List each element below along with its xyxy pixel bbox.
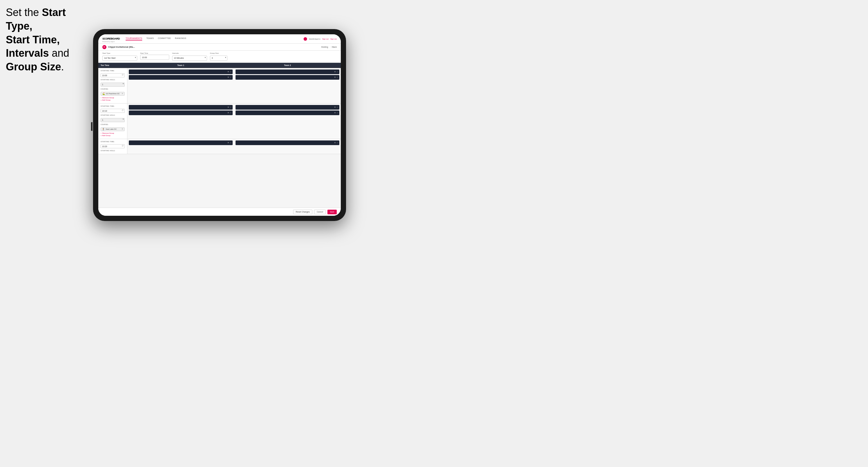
player-x-icon[interactable]: ✕ [227,71,229,73]
course-label-2: COURSE: [101,124,125,125]
start-time-label: Start Time [140,52,169,54]
th-team2: Team 2 [234,63,341,68]
g2-t2-x-2[interactable]: ✕ [334,112,336,114]
instruction-line1-normal: Set the [6,6,42,18]
clock-icon-3: ⏱ [122,144,124,147]
th-tee-time: Tee Time [98,63,127,68]
nav-rankings[interactable]: RANKINGS [175,37,186,40]
player-row-actions-2-1: ✕ ○ [334,71,338,73]
g3-t2-x-1[interactable]: ✕ [334,142,336,144]
starting-hole-select-2[interactable]: 1 10 [101,118,125,122]
g2-x-1[interactable]: ✕ [227,106,229,108]
table-header: Tee Time Team 1 Team 2 [98,63,341,68]
start-time-input[interactable] [140,55,169,60]
course-remove-2[interactable]: ✕ [122,128,123,130]
player-edit-icon-2[interactable]: ○ [230,76,231,79]
brand-sub: Powered by clipp'd [102,41,120,42]
g2-actions-2: ✕ ○ [227,112,231,114]
g2-t2-edit-2[interactable]: ○ [337,112,338,114]
group-2-team2-panel: ✕ ○ ✕ ○ [234,103,341,139]
save-button[interactable]: Save [328,210,337,214]
sign-out-text[interactable]: Sign out [330,38,337,40]
starting-time-label-3: STARTING TIME: [101,141,125,143]
group-3-team1-panel: ✕ ○ [127,139,234,154]
remove-group-link-2[interactable]: ○ Remove Group [101,132,125,134]
intervals-select[interactable]: 10 Minutes 8 Minutes 12 Minutes [172,56,207,61]
starting-time-input-wrap-2: ⏱ [101,107,125,113]
nav-committee[interactable]: COMMITTEE [158,37,171,40]
intervals-label: Intervals [172,52,207,54]
player-row-2-2: ✕ ○ [236,75,339,80]
player-edit-icon-4[interactable]: ○ [337,76,338,79]
course-name-2: East Lake GC [106,128,117,130]
add-group-link-1[interactable]: + Add Group [101,99,125,101]
player-row-g2-2-2: ✕ ○ [236,111,339,115]
player-row-1-1: ✕ ○ [129,69,232,74]
player-x-icon-4[interactable]: ✕ [334,76,336,79]
nav-tournaments[interactable]: TOURNAMENTS [126,37,142,40]
g2-edit-1[interactable]: ○ [230,106,231,108]
course-tag-1: ⛳ (A) Peachtree GC ✕ [101,92,125,96]
nav-teams[interactable]: TEAMS [146,37,154,40]
add-group-link-2[interactable]: + Add Group [101,135,125,136]
player-x-icon-3[interactable]: ✕ [334,71,336,73]
group-size-group: Group Size 3 2 4 [210,52,227,61]
g2-t2-x-1[interactable]: ✕ [334,106,336,108]
group-1-left-panel: STARTING TIME: ⏱ STARTING HOLE: 1 10 COU… [98,68,127,103]
brand: SCOREBOARD Powered by clipp'd [102,35,120,42]
starting-hole-select-1[interactable]: 1 10 [101,83,125,87]
brand-logo: SCOREBOARD [102,37,120,40]
instruction-line4-bold: Group Size [6,61,61,73]
starting-time-input-2[interactable] [101,109,125,113]
group-1-team1-panel: ✕ ○ ✕ ○ [127,68,234,103]
course-remove-1[interactable]: ✕ [122,92,123,95]
cancel-button[interactable]: Cancel [314,210,326,214]
tablet-screen: SCOREBOARD Powered by clipp'd TOURNAMENT… [98,34,341,216]
player-edit-icon[interactable]: ○ [230,71,231,73]
sign-out-link[interactable]: Sign out [322,38,329,40]
starting-time-input-1[interactable] [101,73,125,77]
starting-hole-label-2: STARTING HOLE: [101,114,125,116]
back-button[interactable]: ‹ Back [331,46,337,48]
starting-time-input-3[interactable] [101,144,125,148]
g3-t2-edit-1[interactable]: ○ [337,142,338,144]
g3-edit-1[interactable]: ○ [230,142,231,144]
course-label-1: COURSE: [101,88,125,90]
player-edit-icon-3[interactable]: ○ [337,71,338,73]
clock-icon-2: ⏱ [122,109,124,112]
player-row-2-1: ✕ ○ [236,69,339,74]
player-row-g2-1-1: ✕ ○ [129,105,232,110]
starting-time-input-wrap-3: ⏱ [101,143,125,149]
course-icon-1: ⛳ [102,92,105,95]
start-time-group: Start Time [140,52,169,61]
starting-hole-select-wrap-2: 1 10 [101,117,125,122]
navbar: SCOREBOARD Powered by clipp'd TOURNAMENT… [98,34,341,43]
nav-links: TOURNAMENTS TEAMS COMMITTEE RANKINGS [126,37,304,40]
remove-group-icon-1: ○ [101,97,102,99]
remove-group-link-1[interactable]: ○ Remove Group [101,97,125,99]
group-1-team2-panel: ✕ ○ ✕ ○ [234,68,341,103]
start-type-select[interactable]: 1st Tee Start Shotgun Start [102,56,137,61]
g3-x-1[interactable]: ✕ [227,142,229,144]
tournament-name: Clippd Invitational (Ma... [108,45,321,48]
g2-t2-edit-1[interactable]: ○ [337,106,338,108]
controls-row: Start Type 1st Tee Start Shotgun Start S… [98,51,341,63]
player-x-icon-2[interactable]: ✕ [227,76,229,79]
user-avatar-dot [304,37,307,41]
course-tag-2: 🏌 East Lake GC ✕ [101,127,125,131]
starting-time-label-1: STARTING TIME: [101,70,125,71]
tablet-device: SCOREBOARD Powered by clipp'd TOURNAMENT… [93,29,346,221]
clock-icon-1: ⏱ [122,73,124,76]
instruction-line3-normal: and [49,47,69,59]
g2-x-2[interactable]: ✕ [227,112,229,114]
group-size-label: Group Size [210,52,227,54]
group-size-select[interactable]: 3 2 4 [210,56,227,61]
g2-edit-2[interactable]: ○ [230,112,231,114]
group-2-team1-panel: ✕ ○ ✕ ○ [127,103,234,139]
course-icon-2: 🏌 [102,128,105,130]
remove-group-icon-2: ○ [101,132,102,134]
start-type-label: Start Type [102,52,137,54]
reset-changes-button[interactable]: Reset Changes [293,210,312,214]
th-team1: Team 1 [127,63,234,68]
g3-t2-actions-1: ✕ ○ [334,142,338,144]
